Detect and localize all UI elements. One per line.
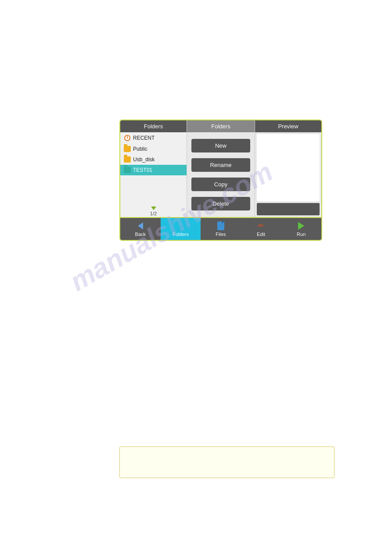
folder-icon-public [124,146,131,152]
actions-panel: Folders New Rename Copy Delete [187,120,255,217]
back-icon [136,221,145,231]
file-shape [217,221,224,230]
preview-panel-header: Preview [255,120,321,132]
main-widget: Folders RECENT Public Usb_disk [119,120,322,241]
folders-button[interactable]: Folders [161,218,201,240]
preview-panel: Preview [255,120,321,217]
run-label: Run [297,232,306,237]
edit-label: Edit [257,232,265,237]
toolbar: Back Folders Files Edit [120,217,321,240]
clock-face [124,135,130,141]
pencil-icon [257,221,266,230]
page-number: 1/2 [150,211,157,216]
folder-icon-usb-disk [124,156,131,163]
folder-shape [176,222,185,229]
folders-label: Folders [173,232,189,237]
edit-button[interactable]: Edit [241,218,281,240]
folder-item-test01[interactable]: TEST01 [120,165,187,175]
new-button[interactable]: New [191,139,250,152]
actions-list: New Rename Copy Delete [187,132,255,217]
back-arrow-shape [138,222,143,229]
folders-panel-header: Folders [120,120,187,132]
delete-button[interactable]: Delete [191,197,250,210]
folders-panel: Folders RECENT Public Usb_disk [120,120,187,217]
folder-label-usb-disk: Usb_disk [133,156,155,163]
chevron-down-icon [151,207,156,210]
back-label: Back [135,232,146,237]
folder-label-test01: TEST01 [133,167,152,173]
rename-button[interactable]: Rename [191,158,250,172]
files-label: Files [216,232,226,237]
actions-panel-header: Folders [187,120,255,132]
copy-button[interactable]: Copy [191,178,250,191]
play-icon [298,222,304,230]
files-button[interactable]: Files [201,218,241,240]
folder-list: RECENT Public Usb_disk TEST01 [120,132,187,206]
files-tb-icon [216,221,226,231]
preview-bottom-bar [257,203,320,215]
preview-content [257,134,320,201]
folder-item-public[interactable]: Public [120,144,187,154]
folder-label-public: Public [133,146,147,152]
recent-icon [124,134,131,141]
folders-tb-icon [176,221,185,231]
folder-label-recent: RECENT [133,135,155,141]
top-section: Folders RECENT Public Usb_disk [120,120,321,217]
folder-icon-test01 [124,167,131,173]
folder-item-usb-disk[interactable]: Usb_disk [120,154,187,165]
back-button[interactable]: Back [120,218,161,240]
pagination[interactable]: 1/2 [120,206,187,217]
folder-item-recent[interactable]: RECENT [120,132,187,144]
run-tb-icon [296,221,306,231]
run-button[interactable]: Run [281,218,321,240]
edit-tb-icon [256,221,266,231]
note-box [119,446,334,478]
